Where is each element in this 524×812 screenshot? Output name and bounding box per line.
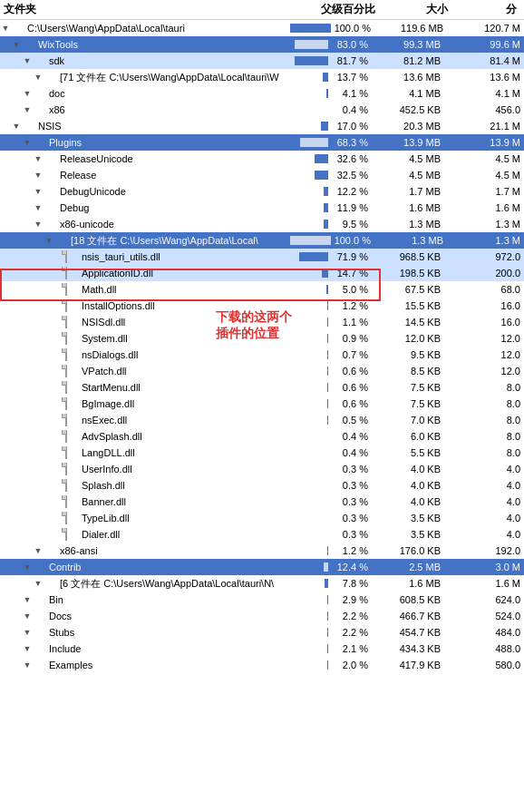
table-row[interactable]: ▼[18 文件在 C:\Users\Wang\AppData\Local\100… <box>0 232 524 249</box>
row-size2-cell: 16.0 <box>444 300 524 311</box>
row-label: BgImage.dll <box>82 398 134 409</box>
tree-expander[interactable]: ▼ <box>33 203 44 212</box>
table-row[interactable]: UserInfo.dll0.3 %4.0 KB4.0 <box>0 461 524 477</box>
row-name-cell: ▼Plugins <box>0 136 290 149</box>
row-size2-cell: 1.7 M <box>444 186 524 197</box>
row-name-cell: StartMenu.dll <box>0 381 290 394</box>
table-row[interactable]: ▼WixTools83.0 %99.3 MB99.6 M <box>0 36 524 53</box>
tree-expander[interactable]: ▼ <box>11 40 22 49</box>
table-row[interactable]: LangDLL.dll0.4 %5.5 KB8.0 <box>0 445 524 461</box>
annotation-label: 下载的这两个插件的位置 <box>216 308 292 341</box>
row-size-cell: 7.5 KB <box>372 398 444 409</box>
table-row[interactable]: ▼x860.4 %452.5 KB456.0 <box>0 102 524 118</box>
row-name-cell: ▼x86-ansi <box>0 544 290 557</box>
table-row[interactable]: ▼[71 文件在 C:\Users\Wang\AppData\Local\tau… <box>0 69 524 85</box>
row-pct-cell: 0.4 % <box>290 431 372 442</box>
tree-expander[interactable]: ▼ <box>22 660 33 670</box>
tree-expander[interactable]: ▼ <box>22 56 33 65</box>
tree-expander[interactable]: ▼ <box>22 644 33 653</box>
tree-expander[interactable]: ▼ <box>33 187 44 196</box>
tree-expander[interactable]: ▼ <box>22 563 33 572</box>
tree-expander[interactable]: ▼ <box>22 138 33 147</box>
table-row[interactable]: nsDialogs.dll0.7 %9.5 KB12.0 <box>0 347 524 363</box>
table-row[interactable]: AdvSplash.dll0.4 %6.0 KB8.0 <box>0 428 524 445</box>
pct-text: 14.7 % <box>330 268 368 279</box>
row-label: ApplicationID.dll <box>82 268 153 279</box>
folder-icon <box>44 577 58 590</box>
table-row[interactable]: Math.dll5.0 %67.5 KB68.0 <box>0 281 524 298</box>
table-row[interactable]: ▼Release32.5 %4.5 MB4.5 M <box>0 167 524 183</box>
row-name-cell: ▼Stubs <box>0 626 290 639</box>
table-row[interactable]: nsis_tauri_utils.dll71.9 %968.5 KB972.0 <box>0 249 524 265</box>
row-pct-cell: 0.7 % <box>290 349 372 360</box>
row-pct-cell: 2.2 % <box>290 611 372 621</box>
folder-icon <box>33 626 47 639</box>
row-size2-cell: 12.0 <box>444 333 524 344</box>
pct-bar <box>326 285 328 294</box>
table-row[interactable]: nsExec.dll0.5 %7.0 KB8.0 <box>0 412 524 428</box>
tree-expander[interactable]: ▼ <box>44 236 54 245</box>
tree-expander[interactable]: ▼ <box>33 220 44 229</box>
table-row[interactable]: ▼Include2.1 %434.3 KB488.0 <box>0 641 524 657</box>
table-row[interactable]: Splash.dll0.3 %4.0 KB4.0 <box>0 477 524 494</box>
tree-expander[interactable]: ▼ <box>33 171 44 180</box>
table-row[interactable]: ApplicationID.dll14.7 %198.5 KB200.0 <box>0 265 524 281</box>
file-icon <box>65 414 80 426</box>
row-size-cell: 9.5 KB <box>372 349 444 360</box>
row-label: nsExec.dll <box>82 415 127 426</box>
table-row[interactable]: Banner.dll0.3 %4.0 KB4.0 <box>0 494 524 510</box>
row-label: UserInfo.dll <box>82 464 132 474</box>
row-size2-cell: 4.0 <box>444 496 524 507</box>
table-row[interactable]: ▼x86-unicode9.5 %1.3 MB1.3 M <box>0 216 524 232</box>
table-row[interactable]: VPatch.dll0.6 %8.5 KB12.0 <box>0 363 524 379</box>
table-row[interactable]: ▼Debug11.9 %1.6 MB1.6 M <box>0 200 524 216</box>
tree-expander[interactable]: ▼ <box>11 122 22 131</box>
table-row[interactable]: ▼sdk81.7 %81.2 MB81.4 M <box>0 53 524 69</box>
table-row[interactable]: ▼Bin2.9 %608.5 KB624.0 <box>0 592 524 608</box>
table-row[interactable]: ▼C:\Users\Wang\AppData\Local\tauri100.0 … <box>0 20 524 36</box>
table-row[interactable]: ▼Contrib12.4 %2.5 MB3.0 M <box>0 559 524 575</box>
table-row[interactable]: ▼ReleaseUnicode32.6 %4.5 MB4.5 M <box>0 151 524 167</box>
table-row[interactable]: Dialer.dll0.3 %3.5 KB4.0 <box>0 526 524 543</box>
row-name-cell: ApplicationID.dll <box>0 267 290 279</box>
tree-expander[interactable]: ▼ <box>22 105 33 114</box>
row-label: x86-unicode <box>60 219 114 230</box>
table-row[interactable]: ▼DebugUnicode12.2 %1.7 MB1.7 M <box>0 183 524 200</box>
pct-bar <box>300 138 328 147</box>
pct-bar <box>322 269 328 278</box>
tree-expander[interactable]: ▼ <box>33 546 44 555</box>
pct-bar <box>327 301 328 310</box>
pct-bar <box>290 24 331 33</box>
table-row[interactable]: ▼[6 文件在 C:\Users\Wang\AppData\Local\taur… <box>0 575 524 592</box>
table-row[interactable]: ▼NSIS17.0 %20.3 MB21.1 M <box>0 118 524 134</box>
folder-icon <box>22 38 36 51</box>
tree-expander[interactable]: ▼ <box>22 611 33 621</box>
table-row[interactable]: StartMenu.dll0.6 %7.5 KB8.0 <box>0 379 524 396</box>
row-label: NSISdl.dll <box>82 317 125 328</box>
table-row[interactable]: ▼x86-ansi1.2 %176.0 KB192.0 <box>0 543 524 559</box>
table-row[interactable]: ▼Stubs2.2 %454.7 KB484.0 <box>0 624 524 641</box>
tree-expander[interactable]: ▼ <box>33 154 44 163</box>
table-row[interactable]: ▼Docs2.2 %466.7 KB524.0 <box>0 608 524 624</box>
tree-expander[interactable]: ▼ <box>22 628 33 637</box>
table-row[interactable]: ▼doc4.1 %4.1 MB4.1 M <box>0 85 524 102</box>
tree-expander[interactable]: ▼ <box>22 595 33 604</box>
pct-text: 12.4 % <box>330 562 368 572</box>
pct-text: 83.0 % <box>330 39 368 50</box>
file-icon <box>65 365 80 377</box>
row-label: [18 文件在 C:\Users\Wang\AppData\Local\ <box>71 234 258 248</box>
row-size2-cell: 488.0 <box>444 643 524 654</box>
row-label: AdvSplash.dll <box>82 431 142 442</box>
table-row[interactable]: TypeLib.dll0.3 %3.5 KB4.0 <box>0 510 524 526</box>
tree-expander[interactable]: ▼ <box>0 24 11 33</box>
tree-expander[interactable]: ▼ <box>22 89 33 98</box>
tree-expander[interactable]: ▼ <box>33 579 44 588</box>
table-row[interactable]: BgImage.dll0.6 %7.5 KB8.0 <box>0 396 524 412</box>
tree-expander[interactable]: ▼ <box>33 73 44 82</box>
row-name-cell: Banner.dll <box>0 495 290 508</box>
folder-icon <box>33 659 47 671</box>
row-name-cell: ▼WixTools <box>0 38 290 51</box>
row-size-cell: 6.0 KB <box>372 431 444 442</box>
table-row[interactable]: ▼Plugins68.3 %13.9 MB13.9 M <box>0 134 524 151</box>
table-row[interactable]: ▼Examples2.0 %417.9 KB580.0 <box>0 657 524 673</box>
